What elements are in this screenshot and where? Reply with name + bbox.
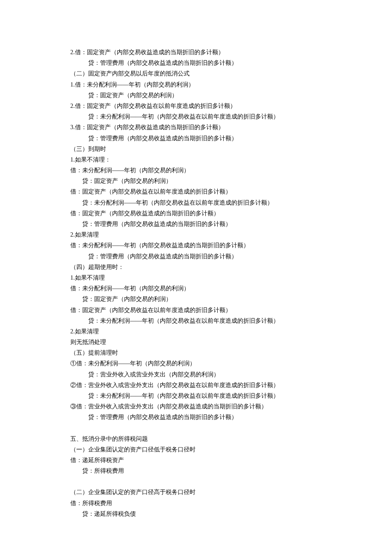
text-line: 贷：未分配利润——年初（内部交易收益在以前年度造成的折旧多计额）: [70, 315, 322, 326]
text-line: 贷：固定资产（内部交易的利润）: [70, 90, 322, 101]
text-line: 贷：管理费用（内部交易收益造成的当期折旧的多计额）: [70, 251, 322, 262]
text-line: （三）到期时: [70, 144, 322, 154]
text-line: 贷：固定资产（内部交易的利润）: [70, 176, 322, 186]
text-line: 2.借：固定资产（内部交易收益在以前年度造成的折旧多计额）: [70, 101, 322, 111]
text-line: 借：固定资产（内部交易收益在以前年度造成的折旧多计额）: [70, 186, 322, 197]
text-line: 借：未分配利润——年初（内部交易的利润）: [70, 165, 322, 176]
text-line: 贷：未分配利润——年初（内部交易收益在以前年度造成的折旧多计额）: [70, 390, 322, 401]
text-line: （二）企业集团认定的资产口径高于税务口径时: [70, 487, 322, 497]
text-line: 则无抵消处理: [70, 337, 322, 347]
blank-line: [70, 476, 322, 487]
text-line: ①借：未分配利润——年初（内部交易的利润）: [70, 358, 322, 369]
text-line: （四）超期使用时：: [70, 262, 322, 272]
text-line: 2.如果清理: [70, 326, 322, 337]
text-line: 借：未分配利润——年初（内部交易收益造成的当期折旧的多计额）: [70, 240, 322, 251]
document-body: 2.借：固定资产（内部交易收益造成的当期折旧的多计额）贷：管理费用（内部交易收益…: [70, 47, 322, 519]
text-line: 借：未分配利润——年初（内部交易的利润）: [70, 283, 322, 294]
text-line: 2.借：固定资产（内部交易收益造成的当期折旧的多计额）: [70, 47, 322, 58]
text-line: 贷：管理费用（内部交易收益造成的当期折旧的多计额）: [70, 58, 322, 68]
text-line: 贷：未分配利润——年初（内部交易收益在以前年度造成的折旧多计额）: [70, 197, 322, 208]
blank-line: [70, 423, 322, 434]
text-line: 贷：营业外收入或营业外支出（内部交易的利润）: [70, 369, 322, 380]
text-line: 借：固定资产（内部交易收益造成的当期折旧的多计额）: [70, 208, 322, 219]
text-line: 3.借：固定资产（内部交易收益造成的当期折旧的多计额）: [70, 122, 322, 133]
text-line: 借：所得税费用: [70, 498, 322, 509]
text-line: 贷：所得税费用: [70, 465, 322, 476]
text-line: 1.如果不清理：: [70, 154, 322, 165]
text-line: 借：递延所得税资产: [70, 455, 322, 465]
text-line: ②借：营业外收入或营业外支出（内部交易收益在以前年度造成的折旧多计额）: [70, 380, 322, 390]
text-line: 五、抵消分录中的所得税问题: [70, 434, 322, 444]
text-line: （二）固定资产内部交易以后年度的抵消公式: [70, 68, 322, 79]
text-line: 1.如果不清理: [70, 272, 322, 283]
text-line: ③借：营业外收入或营业外支出（内部交易收益造成的当期折旧的多计额）: [70, 401, 322, 412]
text-line: 贷：递延所得税负债: [70, 509, 322, 519]
text-line: 贷：固定资产（内部交易的利润）: [70, 294, 322, 304]
text-line: 贷：管理费用（内部交易收益造成的当期折旧的多计额）: [70, 219, 322, 229]
text-line: 1.借：未分配利润——年初（内部交易的利润）: [70, 79, 322, 90]
text-line: 2.如果清理: [70, 229, 322, 240]
text-line: 贷：管理费用（内部交易收益造成的当期折旧的多计额）: [70, 412, 322, 422]
text-line: 贷：管理费用（内部交易收益造成的当期折旧的多计额）: [70, 133, 322, 144]
text-line: （一）企业集团认定的资产口径低于税务口径时: [70, 444, 322, 455]
text-line: 借：固定资产（内部交易收益在以前年度造成的折旧多计额）: [70, 305, 322, 315]
text-line: （五）提前清理时: [70, 347, 322, 358]
text-line: 贷：未分配利润——年初（内部交易收益在以前年度造成的折旧多计额）: [70, 111, 322, 122]
